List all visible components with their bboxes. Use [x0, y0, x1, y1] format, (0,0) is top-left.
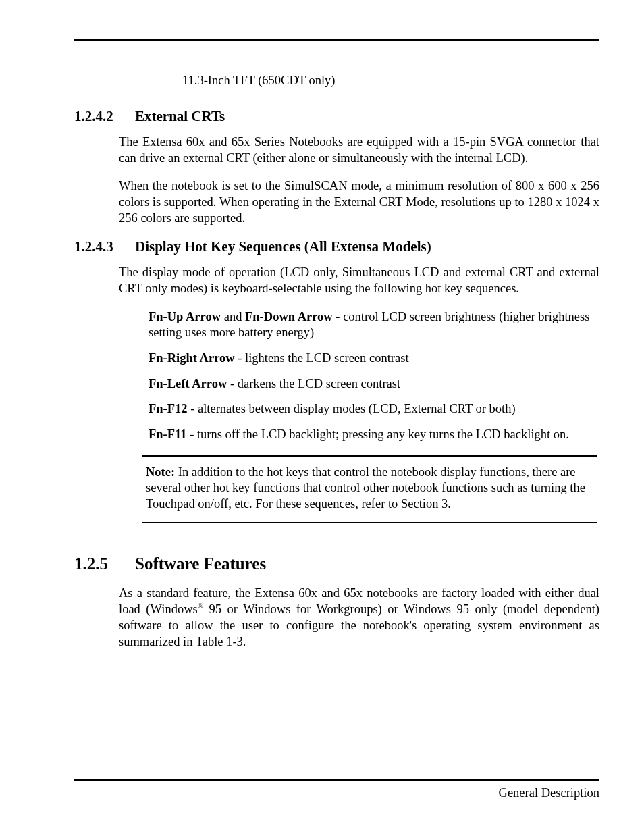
hotkey-desc: - darkens the LCD screen contrast — [227, 377, 400, 390]
heading-num: 1.2.4.2 — [74, 108, 135, 125]
hotkey-desc: - turns off the LCD backlight; pressing … — [187, 427, 569, 441]
page-footer: General Description — [74, 779, 599, 800]
hotkey-key: Fn-Up Arrow — [149, 310, 221, 323]
note-label: Note: — [146, 465, 178, 479]
hotkey-item: Fn-Up Arrow and Fn-Down Arrow - control … — [149, 309, 593, 341]
heading-title: Software Features — [135, 554, 266, 573]
heading-1242: 1.2.4.2External CRTs — [74, 108, 599, 125]
note-box: Note: In addition to the hot keys that c… — [142, 455, 597, 523]
hotkey-text: and — [221, 310, 245, 323]
heading-title: External CRTs — [135, 108, 225, 124]
para-1242-2: When the notebook is set to the SimulSCA… — [119, 178, 599, 226]
heading-title: Display Hot Key Sequences (All Extensa M… — [135, 238, 431, 255]
hotkey-key: Fn-Down Arrow - — [245, 310, 343, 323]
hotkey-desc: - lightens the LCD screen contrast — [235, 351, 409, 365]
heading-1243: 1.2.4.3Display Hot Key Sequences (All Ex… — [74, 238, 599, 255]
registered-mark: ® — [198, 602, 203, 610]
hotkey-item: Fn-Right Arrow - lightens the LCD screen… — [149, 350, 593, 367]
hotkey-item: Fn-F12 - alternates between display mode… — [149, 401, 593, 417]
hotkey-item: Fn-F11 - turns off the LCD backlight; pr… — [149, 427, 593, 443]
heading-num: 1.2.5 — [74, 554, 135, 573]
footer-text: General Description — [74, 786, 599, 800]
note-body: In addition to the hot keys that control… — [146, 465, 585, 511]
hotkey-list: Fn-Up Arrow and Fn-Down Arrow - control … — [149, 309, 593, 443]
heading-num: 1.2.4.3 — [74, 238, 135, 255]
para-1242-1: The Extensa 60x and 65x Series Notebooks… — [119, 134, 599, 166]
note-text: Note: In addition to the hot keys that c… — [146, 465, 593, 513]
list-item-tft: 11.3-Inch TFT (650CDT only) — [182, 74, 599, 88]
para-125-1: As a standard feature, the Extensa 60x a… — [119, 585, 599, 650]
hotkey-desc: - alternates between display modes (LCD,… — [188, 402, 516, 415]
heading-125: 1.2.5Software Features — [74, 554, 599, 573]
para-1243-1: The display mode of operation (LCD only,… — [119, 265, 599, 296]
bottom-rule — [74, 779, 599, 781]
page-content: 11.3-Inch TFT (650CDT only) 1.2.4.2Exter… — [74, 39, 599, 800]
hotkey-key: Fn-F11 — [149, 427, 187, 441]
hotkey-key: Fn-Left Arrow — [149, 377, 227, 390]
hotkey-key: Fn-Right Arrow — [149, 351, 235, 365]
hotkey-key: Fn-F12 — [149, 402, 188, 415]
hotkey-item: Fn-Left Arrow - darkens the LCD screen c… — [149, 376, 593, 392]
top-rule — [74, 39, 599, 41]
